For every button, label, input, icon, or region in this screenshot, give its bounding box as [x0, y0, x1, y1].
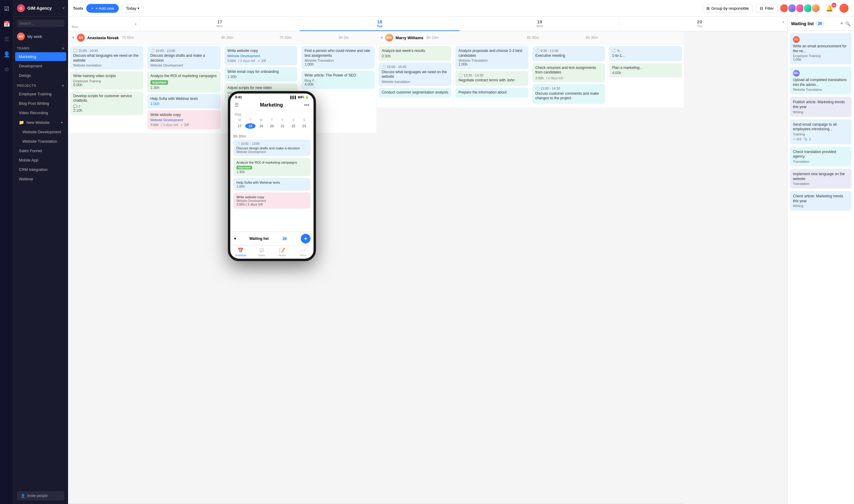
task-card[interactable]: Plan a marketing... 4:00h: [609, 63, 682, 78]
waiting-item[interactable]: Send email campaign to all employees int…: [790, 119, 852, 144]
check-icon[interactable]: ☑: [2, 4, 11, 14]
clock-icon: 🕐: [151, 49, 155, 53]
phone-menu-icon[interactable]: ☰: [234, 102, 239, 108]
marry-tue: Analyze proposals and choose 2-3 best ca…: [453, 44, 530, 107]
task-card[interactable]: 🕐 13:00 - 14:30 Discuss customer comment…: [532, 84, 605, 104]
cal-nav-right: ›: [780, 17, 787, 31]
waiting-item[interactable]: AN Write an email announcement for the n…: [790, 33, 852, 65]
task-card[interactable]: Develop scripts for customer service cha…: [70, 91, 143, 115]
task-card[interactable]: Write website copy Website Development 3…: [147, 110, 221, 129]
invite-people-button[interactable]: 👤 Invite people: [17, 491, 65, 500]
sidebar-item-development[interactable]: Development: [15, 61, 66, 70]
phone-status-bar: 9:41 ▌▌▌ WiFi 🔋: [230, 93, 314, 100]
collapse-arrow-2[interactable]: ▼: [380, 36, 383, 39]
task-card[interactable]: Write article: The Power of SEO Blog P..…: [301, 71, 374, 89]
sidebar-item-new-website[interactable]: 📁 New Website ▾: [15, 118, 66, 127]
filter-button[interactable]: ⊟ Filter: [756, 4, 778, 13]
task-card[interactable]: 🕐 10:00 - 10:45 Discuss what languages w…: [379, 62, 451, 86]
phone-task-card[interactable]: Help Sofia with Webinar texts 1:00h: [233, 178, 311, 191]
task-card[interactable]: Analyze last week's results 0:30h: [379, 46, 451, 61]
sidebar-item-video-recording[interactable]: Video Recording: [15, 108, 66, 117]
website-trans-label: Website Translation: [22, 139, 57, 144]
task-card[interactable]: Write training video scripts Employee Tr…: [70, 71, 143, 90]
sidebar-item-webinar[interactable]: Webinar: [15, 175, 66, 183]
task-card[interactable]: Write website copy Website Development 5…: [225, 46, 298, 65]
sidebar-item-crm[interactable]: CRM Integration: [15, 165, 66, 174]
app-logo: G GIM Agency ▾: [13, 0, 68, 17]
task-card[interactable]: 🕐 9:30 - 11:00 Executive meeting: [532, 46, 605, 61]
task-card[interactable]: Find a person who could review and rate …: [301, 46, 374, 69]
waiting-item[interactable]: Publish article: Marketing trends this y…: [790, 97, 852, 116]
avatar-5[interactable]: [811, 4, 820, 13]
phone-tab-schedule[interactable]: 📅 Schedule: [230, 246, 251, 259]
sidebar-item-website-development[interactable]: Website Development: [15, 127, 66, 136]
my-work-item[interactable]: AN My work: [13, 30, 68, 43]
list-icon[interactable]: ☰: [2, 34, 11, 44]
search-input[interactable]: [17, 20, 65, 27]
website-dev-label: Website Development: [22, 130, 61, 134]
day-header-mon: 17 Mon: [139, 17, 299, 31]
signal-icon: ▌▌▌: [291, 96, 297, 99]
search-waiting-button[interactable]: 🔍: [845, 20, 850, 27]
prev-button[interactable]: ‹: [133, 20, 138, 28]
sidebar-item-employee-training[interactable]: Employee Training: [15, 90, 66, 98]
next-button[interactable]: ›: [781, 18, 786, 26]
waiting-item[interactable]: Check translation provided agency Transl…: [790, 147, 852, 166]
task-card[interactable]: Analyze proposals and choose 2-3 best ca…: [455, 46, 528, 69]
battery-icon: 🔋: [305, 96, 309, 99]
sidebar-item-marketing[interactable]: Marketing: [15, 52, 66, 61]
comment-icon: 💬 2: [73, 105, 80, 108]
task-card[interactable]: Help Sofia with Webinar texts 1:00h: [147, 94, 221, 109]
waiting-item[interactable]: Check article: Marketing trends this yea…: [790, 191, 852, 211]
task-card[interactable]: Analyze the ROI of marketing campaigns i…: [147, 71, 221, 92]
app-name: GIM Agency: [27, 6, 52, 11]
sidebar-item-design[interactable]: Design: [15, 71, 66, 80]
today-button[interactable]: Today ▾: [122, 4, 143, 13]
profile-avatar[interactable]: [839, 3, 849, 13]
waiting-item[interactable]: Implement new language on the website Tr…: [790, 169, 852, 188]
calendar-icon[interactable]: 📅: [1, 19, 12, 29]
phone-tab-more[interactable]: ⋯ More: [293, 246, 314, 259]
add-new-button[interactable]: + + Add new: [86, 4, 119, 13]
sidebar-item-website-translation[interactable]: Website Translation: [15, 137, 66, 146]
task-card[interactable]: 🕐 9:... 1-to-1...: [609, 46, 682, 61]
chevron-icon: ▾: [61, 121, 63, 124]
collapse-arrow[interactable]: ▼: [72, 36, 75, 39]
task-card[interactable]: Write email copy for onboarding 1:30h: [225, 67, 298, 82]
sidebar-item-blog-post[interactable]: Blog Post Writing: [15, 99, 66, 108]
filter-icon: ⊟: [760, 6, 763, 11]
task-card[interactable]: Prepare the information about: [455, 88, 528, 98]
phone-tab-tasks[interactable]: ☑ Tasks: [251, 246, 272, 259]
task-card[interactable]: 🕐 10:00 - 10:45 Discuss what languages w…: [70, 46, 143, 70]
task-card[interactable]: Check resumes and test assignments from …: [532, 63, 605, 82]
anastasia-day-hours: 8h 30m 7h 30m 6h 0m: [140, 36, 373, 40]
sidebar-item-sales-funnel[interactable]: Sales Funnel: [15, 146, 66, 155]
webinar-label: Webinar: [19, 177, 33, 181]
task-card[interactable]: 🕐 13:30 - 14:30 Negotiate contract terms…: [455, 71, 528, 86]
phone-waiting-bar: ▼ Waiting list 26 +: [230, 232, 314, 245]
waiting-list-items: AN Write an email announcement for the n…: [787, 31, 854, 504]
person-icon[interactable]: 👤: [1, 49, 12, 59]
sidebar-item-mobile-app[interactable]: Mobile App: [15, 156, 66, 165]
waiting-list-header: Waiting list 26 + 🔍: [787, 17, 854, 31]
phone-task-card[interactable]: Analyze the ROI of marketing campaigns i…: [233, 158, 311, 176]
waiting-actions: + 🔍: [840, 20, 850, 27]
phone-task-card[interactable]: 🕐 10:00 – 13:00 Discuss design drafts an…: [233, 140, 311, 156]
add-waiting-button[interactable]: +: [840, 20, 843, 27]
notifications-button[interactable]: 🔔 11: [823, 3, 836, 13]
task-card[interactable]: Conduct customer segmentation analysis: [379, 88, 451, 98]
phone-task-card[interactable]: Write website copy Website Development 3…: [233, 193, 311, 209]
phone-add-button[interactable]: +: [301, 234, 311, 244]
group-by-button[interactable]: ⊞ Group by responsible: [702, 4, 753, 13]
anastasia-tue: 🕐 10:00 - 13:00 Discuss design drafts an…: [145, 44, 222, 133]
settings-icon[interactable]: ⚙: [2, 65, 11, 75]
avatar-group: [781, 4, 820, 13]
phone-collapse-icon[interactable]: ▼: [233, 236, 237, 241]
development-label: Development: [19, 64, 42, 68]
phone-waiting-label: Waiting list: [249, 236, 269, 241]
task-card[interactable]: 🕐 10:00 - 13:00 Discuss design drafts an…: [147, 46, 221, 70]
waiting-item[interactable]: MG Upload all completed translations int…: [790, 67, 852, 94]
anastasia-mon: 🕐 10:00 - 10:45 Discuss what languages w…: [68, 44, 145, 133]
phone-more-icon[interactable]: •••: [304, 102, 309, 108]
phone-tab-notes[interactable]: 📝 Notes: [272, 246, 293, 259]
